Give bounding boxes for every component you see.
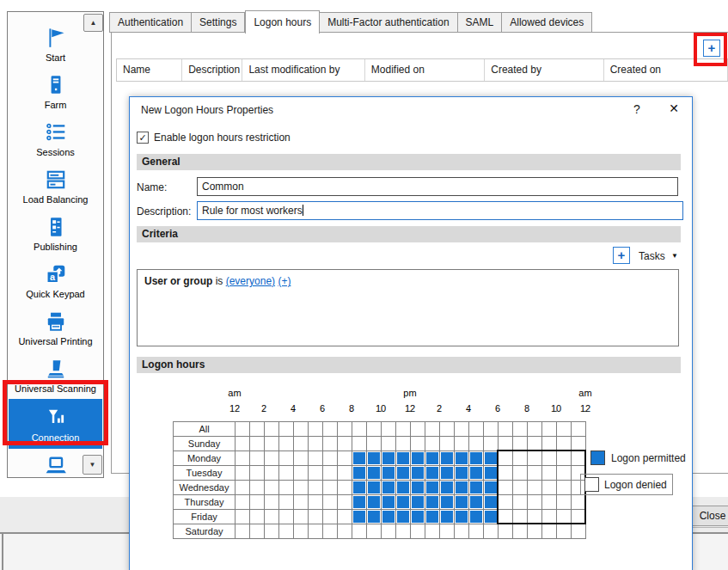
grid-cell[interactable] bbox=[265, 510, 279, 524]
grid-cell[interactable] bbox=[440, 451, 455, 466]
grid-cell[interactable] bbox=[411, 451, 425, 466]
grid-cell[interactable] bbox=[236, 422, 250, 437]
grid-cell[interactable] bbox=[396, 481, 411, 495]
grid-cell[interactable] bbox=[572, 422, 586, 437]
grid-cell[interactable] bbox=[528, 422, 542, 437]
grid-cell[interactable] bbox=[455, 466, 469, 481]
grid-cell[interactable] bbox=[338, 481, 352, 495]
grid-cell[interactable] bbox=[455, 524, 469, 539]
grid-cell[interactable] bbox=[396, 510, 411, 524]
grid-cell[interactable] bbox=[294, 451, 309, 466]
grid-cell[interactable] bbox=[279, 451, 294, 466]
grid-cell[interactable] bbox=[279, 481, 294, 495]
grid-cell[interactable] bbox=[440, 437, 455, 451]
grid-cell[interactable] bbox=[309, 481, 323, 495]
grid-cell[interactable] bbox=[265, 422, 279, 437]
grid-cell[interactable] bbox=[250, 451, 265, 466]
grid-cell[interactable] bbox=[250, 481, 265, 495]
grid-cell[interactable] bbox=[411, 422, 425, 437]
grid-cell[interactable] bbox=[309, 466, 323, 481]
criteria-list-box[interactable]: User or group is (everyone) (+) bbox=[137, 269, 679, 346]
grid-cell[interactable] bbox=[294, 481, 309, 495]
grid-cell[interactable] bbox=[265, 481, 279, 495]
grid-cell[interactable] bbox=[294, 510, 309, 524]
grid-cell[interactable] bbox=[528, 524, 542, 539]
sidebar-scroll-up-button[interactable]: ▲ bbox=[83, 14, 103, 32]
grid-cell[interactable] bbox=[338, 422, 352, 437]
grid-cell[interactable] bbox=[440, 466, 455, 481]
grid-cell[interactable] bbox=[425, 495, 440, 510]
grid-cell[interactable] bbox=[557, 524, 572, 539]
column-header-name[interactable]: Name bbox=[117, 59, 182, 81]
tab-authentication[interactable]: Authentication bbox=[109, 12, 192, 33]
grid-cell[interactable] bbox=[425, 437, 440, 451]
grid-cell[interactable] bbox=[338, 466, 352, 481]
grid-cell[interactable] bbox=[352, 510, 367, 524]
grid-cell[interactable] bbox=[469, 466, 484, 481]
grid-cell[interactable] bbox=[309, 524, 323, 539]
grid-cell[interactable] bbox=[250, 437, 265, 451]
grid-cell[interactable] bbox=[396, 437, 411, 451]
sidebar-scroll-down-button[interactable]: ▼ bbox=[83, 455, 102, 475]
grid-day-label[interactable]: Wednesday bbox=[174, 481, 236, 495]
grid-cell[interactable] bbox=[440, 495, 455, 510]
grid-cell[interactable] bbox=[455, 437, 469, 451]
grid-cell[interactable] bbox=[396, 466, 411, 481]
grid-cell[interactable] bbox=[279, 422, 294, 437]
grid-cell[interactable] bbox=[279, 437, 294, 451]
grid-cell[interactable] bbox=[250, 422, 265, 437]
grid-cell[interactable] bbox=[250, 466, 265, 481]
grid-cell[interactable] bbox=[265, 524, 279, 539]
grid-cell[interactable] bbox=[396, 451, 411, 466]
grid-cell[interactable] bbox=[236, 481, 250, 495]
grid-day-label[interactable]: Friday bbox=[174, 510, 236, 524]
grid-cell[interactable] bbox=[352, 437, 367, 451]
sidebar-item-universal-printing[interactable]: Universal Printing bbox=[8, 304, 103, 352]
grid-day-label[interactable]: Sunday bbox=[174, 437, 236, 451]
grid-cell[interactable] bbox=[323, 481, 338, 495]
grid-cell[interactable] bbox=[338, 510, 352, 524]
grid-cell[interactable] bbox=[265, 437, 279, 451]
grid-cell[interactable] bbox=[323, 495, 338, 510]
grid-cell[interactable] bbox=[250, 495, 265, 510]
grid-cell[interactable] bbox=[382, 524, 396, 539]
column-header-description[interactable]: Description bbox=[182, 59, 242, 81]
grid-cell[interactable] bbox=[367, 495, 382, 510]
grid-cell[interactable] bbox=[294, 495, 309, 510]
grid-cell[interactable] bbox=[440, 481, 455, 495]
tab-allowed-devices[interactable]: Allowed devices bbox=[502, 12, 592, 33]
grid-cell[interactable] bbox=[279, 510, 294, 524]
grid-cell[interactable] bbox=[411, 466, 425, 481]
grid-cell[interactable] bbox=[309, 510, 323, 524]
grid-cell[interactable] bbox=[484, 524, 499, 539]
grid-cell[interactable] bbox=[484, 422, 499, 437]
tab-logon-hours[interactable]: Logon hours bbox=[245, 10, 320, 34]
sidebar-item-farm[interactable]: Farm bbox=[8, 68, 103, 115]
grid-cell[interactable] bbox=[250, 524, 265, 539]
sidebar-item-publishing[interactable]: Publishing bbox=[8, 210, 103, 257]
grid-cell[interactable] bbox=[294, 524, 309, 539]
grid-cell[interactable] bbox=[367, 437, 382, 451]
grid-cell[interactable] bbox=[455, 510, 469, 524]
chevron-down-icon[interactable]: ▼ bbox=[671, 252, 678, 260]
grid-cell[interactable] bbox=[411, 437, 425, 451]
grid-cell[interactable] bbox=[279, 495, 294, 510]
grid-cell[interactable] bbox=[367, 481, 382, 495]
help-icon[interactable]: ? bbox=[628, 102, 645, 118]
grid-cell[interactable] bbox=[236, 524, 250, 539]
grid-cell[interactable] bbox=[382, 481, 396, 495]
grid-cell[interactable] bbox=[542, 524, 557, 539]
grid-cell[interactable] bbox=[382, 495, 396, 510]
grid-cell[interactable] bbox=[338, 437, 352, 451]
grid-cell[interactable] bbox=[294, 422, 309, 437]
grid-day-label[interactable]: Thursday bbox=[174, 495, 236, 510]
tasks-dropdown[interactable]: Tasks bbox=[639, 250, 665, 262]
grid-cell[interactable] bbox=[294, 437, 309, 451]
grid-cell[interactable] bbox=[309, 437, 323, 451]
description-field[interactable]: Rule for most workers bbox=[197, 201, 683, 220]
grid-cell[interactable] bbox=[455, 495, 469, 510]
grid-cell[interactable] bbox=[323, 510, 338, 524]
grid-cell[interactable] bbox=[309, 422, 323, 437]
grid-cell[interactable] bbox=[469, 451, 484, 466]
grid-cell[interactable] bbox=[396, 495, 411, 510]
